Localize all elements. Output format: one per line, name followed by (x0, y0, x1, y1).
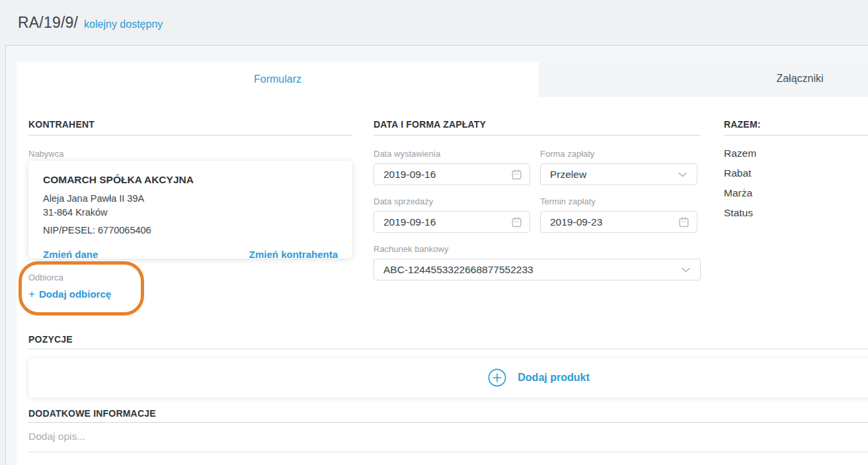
bank-account-label: Rachunek bankowy (374, 244, 701, 254)
due-date-input[interactable] (540, 211, 697, 233)
add-recipient-label: Dodaj odbiorcę (39, 288, 111, 300)
issue-date-field-wrap (374, 163, 530, 185)
add-product-label: Dodaj produkt (518, 372, 589, 384)
buyer-name: COMARCH SPÓŁKA AKCYJNA (43, 174, 338, 186)
payment-section: DATA I FORMA ZAPŁATY Data wystawienia Fo… (374, 120, 701, 280)
chevron-down-icon (682, 267, 690, 273)
buyer-label: Nabywca (28, 149, 352, 159)
payment-fields-grid: Data wystawienia Forma zapłaty Prze (374, 136, 701, 233)
bank-account-value: ABC-1244553322668877552233 (383, 264, 533, 276)
buyer-card: COMARCH SPÓŁKA AKCYJNA Aleja Jana Pawła … (28, 161, 352, 259)
positions-section-title: POZYCJE (28, 335, 868, 349)
buyer-links-row: Zmień dane Zmień kontrahenta (43, 249, 338, 260)
kontrahent-section-title: KONTRAHENT (28, 120, 352, 136)
change-data-link[interactable]: Zmień dane (43, 249, 98, 260)
summary-item-status: Status (724, 208, 868, 218)
page-header: RA/19/9/ kolejny dostępny (18, 14, 163, 32)
sale-date-label: Data sprzedaży (374, 196, 530, 206)
positions-section: POZYCJE Dodaj produkt (28, 335, 868, 398)
payment-section-title: DATA I FORMA ZAPŁATY (374, 120, 701, 136)
tab-formularz[interactable]: Formularz (17, 62, 539, 97)
payment-form-label: Forma zapłaty (540, 149, 697, 159)
positions-card: Dodaj produkt (28, 358, 868, 398)
summary-section-title: RAZEM: (724, 120, 868, 136)
page-title: RA/19/9/ (18, 14, 78, 32)
bank-account-select[interactable]: ABC-1244553322668877552233 (374, 259, 701, 280)
add-product-button[interactable]: Dodaj produkt (488, 368, 589, 387)
summary-item-razem: Razem (724, 148, 868, 158)
next-available-number-link[interactable]: kolejny dostępny (84, 19, 163, 30)
sale-date-field-wrap (374, 211, 530, 233)
payment-form-value: Przelew (550, 169, 586, 181)
additional-info-section-title: DODATKOWE INFORMACJE (28, 409, 868, 423)
buyer-address-line2: 31-864 Kraków (43, 206, 338, 220)
add-recipient-link[interactable]: + Dodaj odbiorcę (28, 288, 352, 300)
summary-item-marza: Marża (724, 188, 868, 198)
sale-date-input[interactable] (374, 211, 530, 233)
summary-section: RAZEM: Razem Rabat Marża Status (724, 120, 868, 218)
issue-date-label: Data wystawienia (374, 149, 530, 159)
description-input[interactable] (28, 423, 868, 452)
additional-info-section: DODATKOWE INFORMACJE (28, 409, 868, 452)
buyer-tax-id: NIP/PESEL: 6770065406 (43, 224, 338, 237)
tab-zalaczniki[interactable]: Załączniki (539, 62, 868, 97)
calendar-icon[interactable] (510, 168, 523, 181)
tab-bar: Formularz Załączniki (17, 62, 868, 97)
kontrahent-section: KONTRAHENT Nabywca COMARCH SPÓŁKA AKCYJN… (28, 120, 352, 300)
plus-circle-icon (488, 368, 506, 387)
calendar-icon[interactable] (678, 216, 690, 228)
chevron-down-icon (678, 172, 687, 177)
form-sheet: Formularz Załączniki KONTRAHENT Nabywca … (17, 62, 868, 465)
calendar-icon[interactable] (510, 216, 523, 228)
issue-date-input[interactable] (374, 163, 530, 185)
buyer-address-line1: Aleja Jana Pawła II 39A (43, 192, 338, 206)
invoice-form-screen: RA/19/9/ kolejny dostępny Formularz Załą… (0, 0, 868, 465)
plus-icon: + (28, 289, 35, 299)
due-date-field-wrap (540, 211, 697, 233)
due-date-label: Termin zapłaty (540, 196, 697, 206)
payment-form-select[interactable]: Przelew (540, 163, 697, 185)
change-contractor-link[interactable]: Zmień kontrahenta (249, 249, 338, 260)
summary-item-rabat: Rabat (724, 168, 868, 178)
recipient-label: Odbiorca (28, 273, 352, 282)
